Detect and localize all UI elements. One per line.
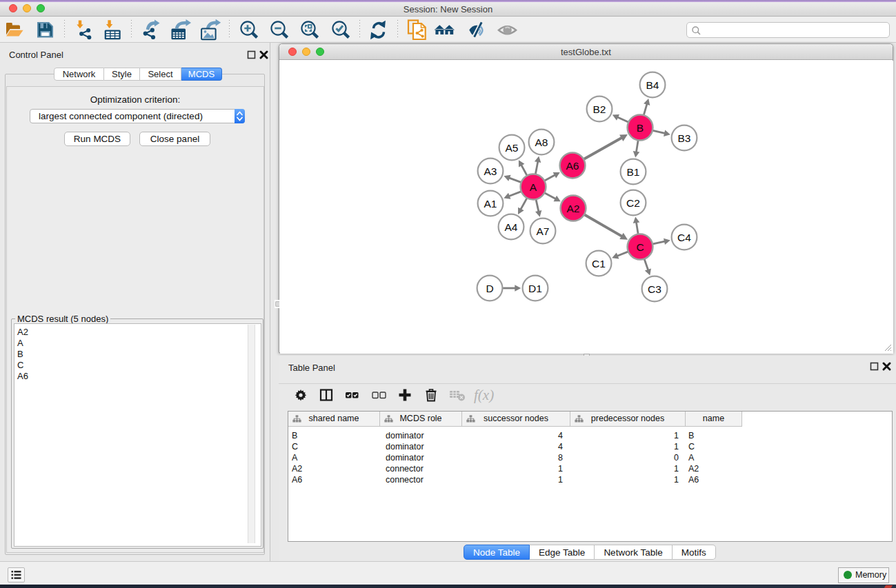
svg-text:B1: B1 — [627, 166, 640, 178]
svg-text:A7: A7 — [537, 225, 550, 237]
svg-text:A5: A5 — [506, 142, 519, 154]
svg-text:A3: A3 — [484, 165, 497, 177]
svg-text:B2: B2 — [593, 103, 606, 115]
svg-text:D1: D1 — [528, 283, 542, 294]
svg-text:A: A — [530, 181, 537, 193]
svg-text:C2: C2 — [626, 197, 640, 209]
svg-text:B3: B3 — [678, 132, 691, 144]
svg-text:D: D — [486, 283, 493, 294]
svg-text:A2: A2 — [567, 203, 580, 214]
svg-text:A6: A6 — [566, 160, 579, 172]
svg-text:C3: C3 — [648, 283, 661, 295]
svg-text:A1: A1 — [484, 198, 497, 210]
svg-text:A4: A4 — [505, 221, 518, 233]
svg-text:A8: A8 — [535, 136, 548, 148]
svg-text:C1: C1 — [592, 258, 606, 270]
svg-text:B4: B4 — [646, 79, 659, 91]
svg-text:C: C — [636, 241, 644, 253]
svg-text:C4: C4 — [677, 232, 691, 243]
svg-text:B: B — [637, 122, 644, 134]
